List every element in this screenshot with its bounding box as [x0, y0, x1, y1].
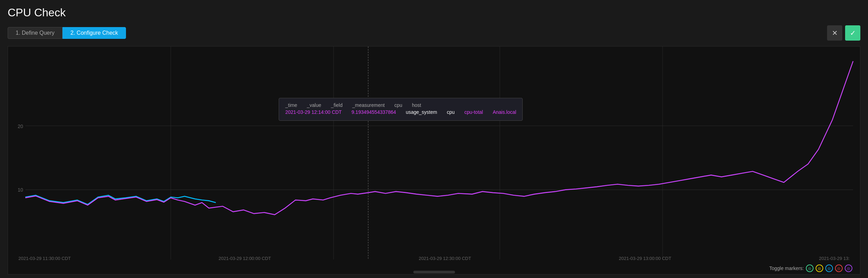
chart-svg: [8, 47, 860, 274]
tab-configure-check[interactable]: 2. Configure Check: [62, 27, 126, 39]
page-title: CPU Check: [8, 6, 860, 19]
x-axis: 2021-03-29 11:30:00 CDT 2021-03-29 12:00…: [8, 256, 860, 261]
x-label-1: 2021-03-29 12:00:00 CDT: [219, 256, 271, 261]
marker-purple[interactable]: ◎: [845, 264, 852, 272]
marker-red[interactable]: ◎: [835, 264, 843, 272]
marker-green[interactable]: ◎: [806, 264, 814, 272]
confirm-button[interactable]: ✓: [845, 25, 860, 41]
tab-define-query[interactable]: 1. Define Query: [8, 27, 62, 39]
marker-yellow[interactable]: ◎: [816, 264, 823, 272]
x-label-2: 2021-03-29 12:30:00 CDT: [419, 256, 471, 261]
x-label-3: 2021-03-29 13:00:00 CDT: [619, 256, 671, 261]
x-label-4: 2021-03-29 13:: [819, 256, 850, 261]
toggle-markers: Toggle markers: ◎ ◎ ◎ ◎ ◎: [769, 264, 852, 272]
toolbar: 1. Define Query 2. Configure Check ✕ ✓: [8, 25, 860, 41]
toggle-markers-label: Toggle markers:: [769, 266, 804, 271]
horizontal-scrollbar[interactable]: [413, 271, 455, 273]
x-label-0: 2021-03-29 11:30:00 CDT: [18, 256, 71, 261]
close-button[interactable]: ✕: [827, 25, 842, 41]
marker-blue[interactable]: ◎: [825, 264, 833, 272]
y-label-10: 10: [18, 187, 23, 193]
y-label-20: 20: [18, 124, 23, 129]
chart-area: 20 10 _time _value _field _measurement c…: [8, 46, 860, 275]
page: CPU Check 1. Define Query 2. Configure C…: [0, 0, 868, 278]
